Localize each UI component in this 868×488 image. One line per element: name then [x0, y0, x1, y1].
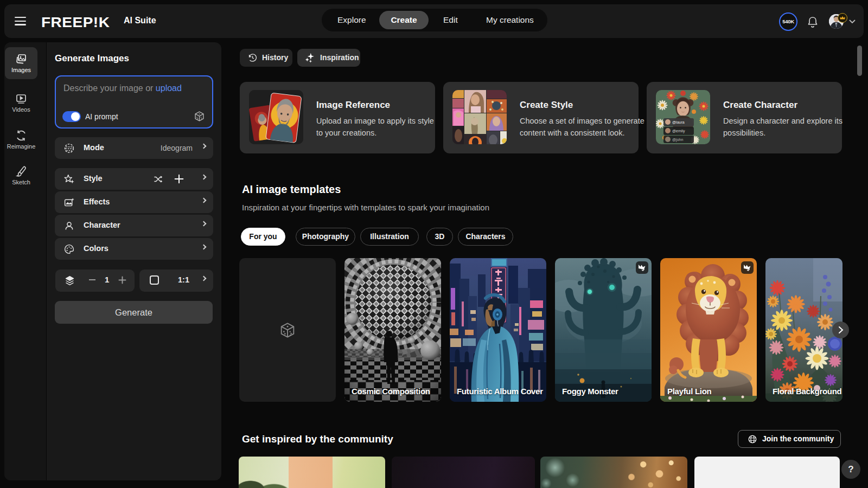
svg-text:@laura: @laura — [672, 120, 685, 124]
svg-text:@emily: @emily — [672, 129, 685, 133]
svg-text:@john: @john — [672, 138, 683, 142]
